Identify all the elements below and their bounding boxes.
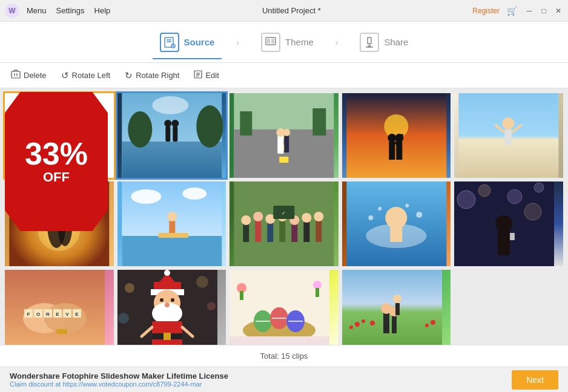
svg-point-208 xyxy=(362,319,365,323)
svg-point-84 xyxy=(196,105,223,148)
theme-icon xyxy=(261,33,280,52)
photo-item-6[interactable] xyxy=(5,181,114,266)
photo-7 xyxy=(117,181,226,266)
svg-rect-204 xyxy=(315,288,319,297)
photo-2 xyxy=(117,93,226,178)
svg-rect-56 xyxy=(36,132,41,135)
svg-rect-157 xyxy=(510,233,515,240)
svg-text:E: E xyxy=(56,312,59,317)
register-link[interactable]: Register xyxy=(472,7,500,15)
photo-item-8[interactable]: ✓ xyxy=(230,181,338,266)
svg-rect-156 xyxy=(498,231,510,255)
photo-item-2[interactable] xyxy=(117,93,226,178)
svg-rect-190 xyxy=(163,333,171,340)
svg-rect-58 xyxy=(53,132,55,135)
svg-point-145 xyxy=(368,215,373,220)
svg-rect-215 xyxy=(392,315,397,333)
photo-3 xyxy=(230,93,338,178)
svg-point-207 xyxy=(355,322,360,327)
photo-8: ✓ xyxy=(230,181,338,266)
close-button[interactable]: ✕ xyxy=(553,6,563,16)
photo-item-5[interactable] xyxy=(454,93,563,178)
svg-rect-77 xyxy=(62,151,67,153)
photo-item-11[interactable]: F O R E V E xyxy=(5,270,114,345)
photo-10 xyxy=(454,181,554,266)
svg-point-85 xyxy=(152,96,188,114)
svg-rect-34 xyxy=(62,101,65,103)
delete-button[interactable]: Delete xyxy=(5,67,53,83)
status-bar: Total: 15 clips xyxy=(0,345,568,367)
photo-item-10[interactable] xyxy=(454,181,563,266)
photo-14 xyxy=(342,270,442,345)
rotate-right-button[interactable]: ↻ Rotate Right xyxy=(119,68,185,83)
step-share[interactable]: Share xyxy=(352,30,415,54)
svg-rect-8 xyxy=(271,39,274,44)
svg-point-218 xyxy=(393,295,401,303)
svg-text:F: F xyxy=(27,312,30,317)
svg-rect-36 xyxy=(62,106,65,108)
svg-rect-94 xyxy=(279,157,288,163)
svg-rect-33 xyxy=(58,101,60,103)
svg-point-100 xyxy=(283,129,290,136)
svg-rect-70 xyxy=(53,146,58,148)
cart-icon[interactable]: 🛒 xyxy=(507,6,517,16)
svg-rect-99 xyxy=(284,136,289,152)
svg-point-128 xyxy=(253,212,263,221)
svg-point-210 xyxy=(370,321,375,325)
photo-item-1[interactable]: SCAN ME xyxy=(5,93,114,178)
photo-11: F O R E V E xyxy=(5,270,105,345)
delete-label: Delete xyxy=(24,71,47,80)
menu-help[interactable]: Help xyxy=(94,6,111,15)
next-button[interactable]: Next xyxy=(512,370,558,390)
svg-rect-103 xyxy=(389,142,395,160)
svg-point-211 xyxy=(425,324,429,327)
menu-settings[interactable]: Settings xyxy=(56,6,85,15)
svg-rect-46 xyxy=(76,123,78,125)
edit-button[interactable]: Edit xyxy=(188,68,225,83)
rotate-left-button[interactable]: ↺ Rotate Left xyxy=(55,68,117,83)
svg-rect-217 xyxy=(395,303,400,315)
svg-rect-67 xyxy=(71,141,73,143)
svg-rect-121 xyxy=(158,233,188,238)
photo-grid: SCAN ME xyxy=(0,88,568,345)
svg-point-146 xyxy=(416,212,422,218)
svg-rect-69 xyxy=(83,141,85,143)
photo-item-12[interactable] xyxy=(117,270,226,345)
svg-rect-62 xyxy=(78,132,81,135)
rotate-left-label: Rotate Left xyxy=(72,71,111,80)
photo-item-14[interactable] xyxy=(342,270,451,345)
step-source[interactable]: Source xyxy=(153,30,222,54)
photo-item-3[interactable] xyxy=(230,93,338,178)
photo-item-4[interactable] xyxy=(342,93,451,178)
svg-rect-76 xyxy=(58,151,60,153)
menu-menu[interactable]: Menu xyxy=(27,6,47,15)
svg-rect-50 xyxy=(53,128,58,130)
svg-text:O: O xyxy=(36,312,40,317)
window-title: Untitled Project * xyxy=(262,6,321,15)
share-label: Share xyxy=(384,37,408,47)
svg-rect-39 xyxy=(31,123,33,125)
rotate-right-label: Rotate Right xyxy=(136,71,179,80)
svg-rect-66 xyxy=(65,141,67,143)
svg-rect-54 xyxy=(81,128,83,130)
photo-item-7[interactable] xyxy=(117,181,226,266)
svg-rect-122 xyxy=(169,221,175,233)
step-theme[interactable]: Theme xyxy=(254,30,321,54)
svg-rect-80 xyxy=(85,151,88,153)
photo-item-9[interactable] xyxy=(342,181,451,266)
svg-point-175 xyxy=(125,283,134,293)
svg-point-177 xyxy=(207,302,216,310)
svg-rect-131 xyxy=(279,221,285,242)
restore-button[interactable]: □ xyxy=(539,6,549,16)
svg-rect-133 xyxy=(291,224,297,242)
nav-steps: Source › Theme › Share xyxy=(0,22,568,63)
svg-rect-213 xyxy=(383,312,389,333)
photo-item-13[interactable] xyxy=(230,270,338,345)
svg-rect-32 xyxy=(53,101,55,103)
svg-point-126 xyxy=(241,215,251,225)
minimize-button[interactable]: ─ xyxy=(524,6,534,16)
svg-point-181 xyxy=(164,270,170,276)
svg-point-153 xyxy=(534,183,544,192)
app-logo: W xyxy=(5,4,19,18)
svg-text:✓: ✓ xyxy=(282,211,286,216)
